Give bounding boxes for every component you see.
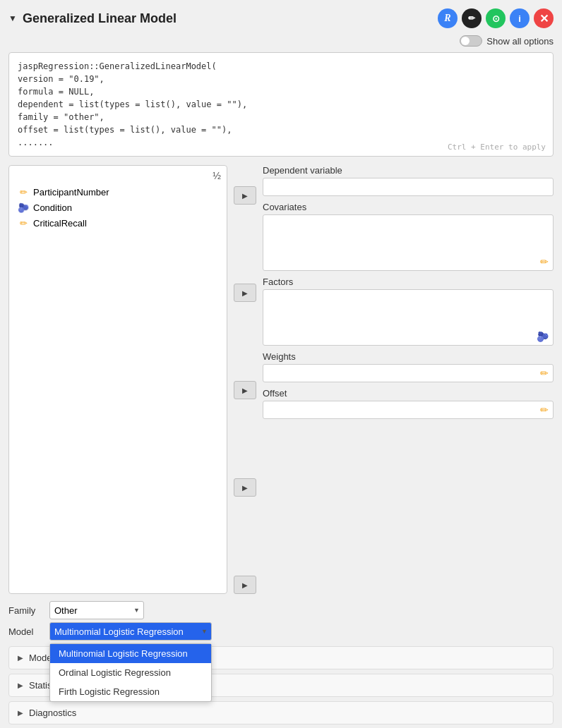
- weights-pencil-icon: ✏: [540, 368, 549, 379]
- arrow-covariates[interactable]: ▶: [234, 284, 256, 302]
- copy-button[interactable]: ⊙: [486, 8, 506, 28]
- show-options-row: Show all options: [8, 35, 554, 47]
- main-container: ▼ Generalized Linear Model R ✏ ⊙ i ✕ Sho…: [0, 0, 562, 728]
- model-dropdown-menu: Multinomial Logistic Regression Ordinal …: [49, 643, 212, 702]
- diagnostics-section: ▶ Diagnostics: [8, 701, 554, 724]
- covariates-group: Covariates ✏: [263, 202, 554, 271]
- code-line-4: dependent = list(types = list(), value =…: [18, 98, 544, 111]
- covariates-input[interactable]: ✏: [263, 214, 554, 271]
- pencil-icon-participant: ✏: [18, 186, 29, 198]
- model-option-multinomial[interactable]: Multinomial Logistic Regression: [50, 644, 211, 663]
- r-button[interactable]: R: [438, 8, 458, 28]
- model-option-ordinal[interactable]: Ordinal Logistic Regression: [50, 663, 211, 682]
- dependent-group: Dependent variable: [263, 165, 554, 196]
- code-block[interactable]: jaspRegression::GeneralizedLinearModel( …: [8, 52, 554, 157]
- var-item-participant[interactable]: ✏ ParticipantNumber: [15, 184, 221, 200]
- blob-icon-condition: 🫐: [18, 202, 29, 213]
- header-icons: R ✏ ⊙ i ✕: [438, 8, 554, 28]
- diagnostics-arrow: ▶: [18, 709, 23, 717]
- sort-icon[interactable]: ½: [213, 170, 221, 181]
- model-dropdown[interactable]: Multinomial Logistic Regression Ordinal …: [49, 622, 212, 641]
- model-label: Model: [8, 626, 44, 637]
- info-button[interactable]: i: [510, 8, 530, 28]
- model-row: Model Multinomial Logistic Regression Or…: [8, 622, 554, 641]
- covariates-pencil-icon: ✏: [540, 256, 549, 267]
- factors-label: Factors: [263, 277, 554, 287]
- var-list-header: ½: [15, 170, 221, 181]
- page-title: Generalized Linear Model: [23, 11, 177, 26]
- family-model-section: Family Other Binomial Gaussian Gamma Inv…: [8, 601, 554, 641]
- offset-input[interactable]: ✏: [263, 401, 554, 419]
- covariates-label: Covariates: [263, 202, 554, 212]
- code-line-5: family = "other",: [18, 111, 544, 123]
- offset-label: Offset: [263, 388, 554, 399]
- ctrl-hint: Ctrl + Enter to apply: [448, 142, 546, 152]
- family-dropdown-wrapper: Other Binomial Gaussian Gamma Inverse Ga…: [49, 601, 144, 619]
- model-dropdown-wrapper: Multinomial Logistic Regression Ordinal …: [49, 622, 212, 641]
- variables-section: ½ ✏ ParticipantNumber 🫐 Condition ✏ Crit…: [8, 165, 554, 594]
- header: ▼ Generalized Linear Model R ✏ ⊙ i ✕: [8, 8, 554, 28]
- arrow-weights[interactable]: ▶: [234, 478, 256, 497]
- pen-button[interactable]: ✏: [462, 8, 482, 28]
- family-dropdown[interactable]: Other Binomial Gaussian Gamma Inverse Ga…: [49, 601, 144, 619]
- offset-group: Offset ✏: [263, 388, 554, 419]
- family-row: Family Other Binomial Gaussian Gamma Inv…: [8, 601, 554, 619]
- collapse-arrow[interactable]: ▼: [8, 13, 17, 23]
- diagnostics-header[interactable]: ▶ Diagnostics: [9, 702, 553, 724]
- diagnostics-title: Diagnostics: [29, 708, 76, 718]
- show-options-toggle[interactable]: [460, 35, 482, 47]
- factors-input[interactable]: 🫐: [263, 289, 554, 346]
- code-line-3: formula = NULL,: [18, 85, 544, 98]
- var-item-condition[interactable]: 🫐 Condition: [15, 200, 221, 215]
- pencil-icon-criticalrecall: ✏: [18, 217, 29, 229]
- show-options-label: Show all options: [486, 36, 554, 47]
- code-line-1: jaspRegression::GeneralizedLinearModel(: [18, 60, 544, 73]
- var-name-criticalrecall: CriticalRecall: [33, 218, 87, 229]
- factors-blob-icon: 🫐: [537, 331, 549, 342]
- var-item-criticalrecall[interactable]: ✏ CriticalRecall: [15, 215, 221, 231]
- family-label: Family: [8, 605, 44, 616]
- model-expand-arrow: ▶: [18, 654, 23, 662]
- arrow-dependent[interactable]: ▶: [234, 186, 256, 205]
- var-list-panel: ½ ✏ ParticipantNumber 🫐 Condition ✏ Crit…: [8, 165, 227, 594]
- code-line-2: version = "0.19",: [18, 73, 544, 85]
- dependent-label: Dependent variable: [263, 165, 554, 176]
- factors-group: Factors 🫐: [263, 277, 554, 346]
- close-button[interactable]: ✕: [534, 8, 554, 28]
- var-name-condition: Condition: [33, 202, 72, 213]
- header-left: ▼ Generalized Linear Model: [8, 11, 177, 26]
- offset-pencil-icon: ✏: [540, 404, 549, 415]
- arrow-factors[interactable]: ▶: [234, 381, 256, 399]
- weights-input[interactable]: ✏: [263, 364, 554, 382]
- model-option-firth[interactable]: Firth Logistic Regression: [50, 682, 211, 701]
- dependent-input[interactable]: [263, 178, 554, 196]
- statistics-arrow: ▶: [18, 681, 23, 689]
- arrow-offset[interactable]: ▶: [234, 576, 256, 594]
- var-name-participant: ParticipantNumber: [33, 187, 109, 198]
- code-line-6: offset = list(types = list(), value = ""…: [18, 123, 544, 136]
- weights-label: Weights: [263, 351, 554, 362]
- weights-group: Weights ✏: [263, 351, 554, 382]
- arrows-col: ▶ ▶ ▶ ▶ ▶: [227, 165, 263, 594]
- target-fields: Dependent variable Covariates ✏ Factors …: [263, 165, 554, 594]
